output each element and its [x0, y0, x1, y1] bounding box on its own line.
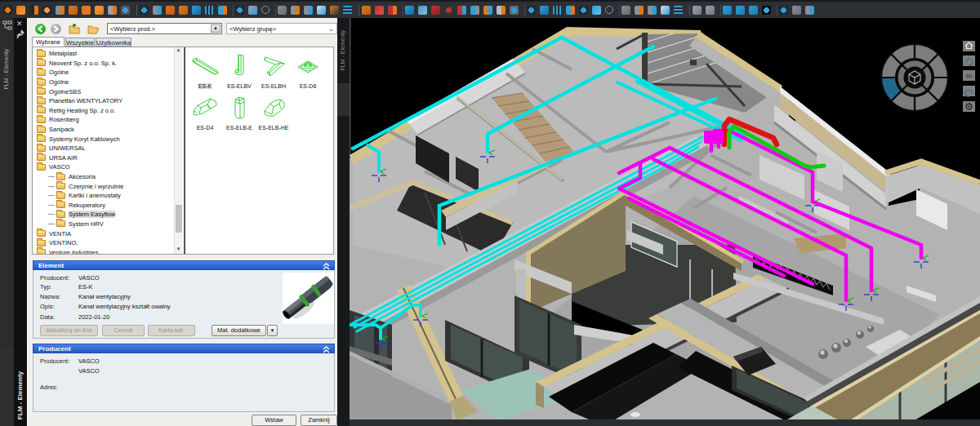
- svg-text:90: 90: [966, 73, 973, 79]
